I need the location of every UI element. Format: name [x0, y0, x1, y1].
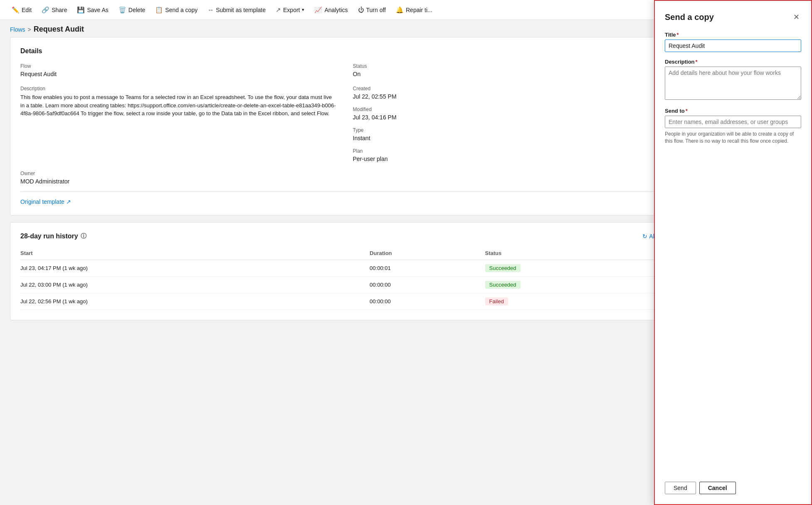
refresh-icon: ↻	[642, 233, 647, 240]
save-icon: 💾	[77, 6, 85, 14]
table-row: Jul 23, 04:17 PM (1 wk ago) 00:00:01 Suc…	[20, 260, 669, 277]
toolbar-analytics[interactable]: 📈 Analytics	[309, 3, 353, 17]
run-status: Succeeded	[485, 260, 669, 277]
analytics-icon: 📈	[314, 6, 322, 14]
details-grid: Flow Request Audit Status On Description…	[20, 63, 669, 185]
modified-value: Jul 23, 04:16 PM	[353, 114, 669, 121]
col-status: Status	[485, 247, 669, 260]
status-label: Status	[353, 63, 669, 69]
description-value: This flow enables you to post a message …	[20, 93, 336, 118]
run-status: Succeeded	[485, 277, 669, 293]
details-title: Details	[20, 47, 42, 55]
toolbar-share[interactable]: 🔗 Share	[37, 3, 72, 17]
external-link-icon: ↗	[66, 198, 71, 205]
panel-title: Send a copy	[665, 12, 714, 22]
toolbar-edit[interactable]: ✏️ Edit	[7, 3, 37, 17]
description-label: Description	[20, 86, 336, 92]
toolbar-export-label: Export	[283, 7, 300, 13]
toolbar-analytics-label: Analytics	[324, 7, 348, 13]
details-card-header: Details Edit	[20, 47, 669, 55]
toolbar-repair-tips-label: Repair ti...	[406, 7, 432, 13]
edit-icon: ✏️	[12, 6, 20, 14]
run-duration: 00:00:01	[370, 260, 485, 277]
type-value: Instant	[353, 135, 669, 141]
toolbar-submit-template-label: Submit as template	[216, 7, 266, 13]
run-history-card: 28-day run history ⓘ ↻ All runs Start Du…	[10, 222, 679, 320]
detail-owner: Owner MOD Administrator	[20, 171, 336, 185]
description-form-group: Description*	[665, 59, 801, 101]
type-label: Type	[353, 127, 669, 133]
toolbar-send-copy-label: Send a copy	[165, 7, 197, 13]
run-duration: 00:00:00	[370, 293, 485, 310]
toolbar-repair-tips[interactable]: 🔔 Repair ti...	[391, 3, 437, 17]
plan-label: Plan	[353, 148, 669, 154]
title-form-label: Title*	[665, 32, 801, 38]
toolbar-submit-template[interactable]: ↔ Submit as template	[202, 3, 271, 17]
original-template-link[interactable]: Original template ↗	[20, 191, 669, 205]
run-start: Jul 22, 03:00 PM (1 wk ago)	[20, 277, 370, 293]
run-start: Jul 22, 02:56 PM (1 wk ago)	[20, 293, 370, 310]
table-row: Jul 22, 03:00 PM (1 wk ago) 00:00:00 Suc…	[20, 277, 669, 293]
info-icon[interactable]: ⓘ	[81, 233, 86, 240]
toolbar-edit-label: Edit	[22, 7, 32, 13]
send-to-hint: People in your organization will be able…	[665, 131, 801, 145]
run-duration: 00:00:00	[370, 277, 485, 293]
export-chevron-icon: ▾	[302, 7, 304, 12]
send-copy-panel: Send a copy ✕ Title* Description* Send t…	[654, 0, 812, 337]
run-start: Jul 23, 04:17 PM (1 wk ago)	[20, 260, 370, 277]
description-textarea[interactable]	[665, 67, 801, 100]
detail-status: Status On	[353, 63, 669, 77]
detail-description: Description This flow enables you to pos…	[20, 86, 336, 162]
description-form-label: Description*	[665, 59, 801, 65]
owner-label: Owner	[20, 171, 336, 176]
send-to-label: Send to*	[665, 108, 801, 114]
send-to-input[interactable]	[665, 116, 801, 128]
title-form-group: Title*	[665, 32, 801, 52]
left-content: Details Edit Flow Request Audit Status O…	[10, 37, 679, 327]
flow-value: Request Audit	[20, 71, 336, 77]
plan-value: Per-user plan	[353, 156, 669, 162]
detail-plan: Plan Per-user plan	[353, 148, 669, 162]
owner-value: MOD Administrator	[20, 178, 336, 185]
send-to-form-group: Send to* People in your organization wil…	[665, 108, 801, 145]
toolbar-turn-off[interactable]: ⏻ Turn off	[353, 3, 391, 17]
modified-label: Modified	[353, 106, 669, 112]
turn-off-icon: ⏻	[358, 6, 364, 13]
toolbar-export[interactable]: ↗ Export ▾	[271, 3, 309, 17]
toolbar-turn-off-label: Turn off	[366, 7, 386, 13]
breadcrumb-separator: >	[28, 26, 31, 33]
description-required-star: *	[696, 59, 698, 65]
col-duration: Duration	[370, 247, 485, 260]
delete-icon: 🗑️	[118, 6, 126, 14]
run-history-title-text: 28-day run history	[20, 233, 78, 240]
send-to-required-star: *	[686, 108, 688, 114]
breadcrumb-flows-link[interactable]: Flows	[10, 26, 25, 33]
status-value: On	[353, 71, 669, 77]
details-card: Details Edit Flow Request Audit Status O…	[10, 37, 679, 215]
toolbar-delete-label: Delete	[128, 7, 145, 13]
flow-label: Flow	[20, 63, 336, 69]
created-value: Jul 22, 02:55 PM	[353, 93, 669, 100]
toolbar-save-as-label: Save As	[87, 7, 108, 13]
detail-modified: Modified Jul 23, 04:16 PM	[353, 106, 669, 121]
original-template-label: Original template	[20, 198, 64, 205]
export-icon: ↗	[276, 6, 281, 14]
col-start: Start	[20, 247, 370, 260]
repair-tips-icon: 🔔	[396, 6, 404, 14]
title-input[interactable]	[665, 40, 801, 52]
toolbar-share-label: Share	[52, 7, 67, 13]
table-row: Jul 22, 02:56 PM (1 wk ago) 00:00:00 Fai…	[20, 293, 669, 310]
toolbar-send-copy[interactable]: 📋 Send a copy	[150, 3, 202, 17]
panel-close-button[interactable]: ✕	[792, 11, 801, 23]
run-history-header: 28-day run history ⓘ ↻ All runs	[20, 233, 669, 240]
panel-header: Send a copy ✕	[665, 11, 801, 23]
run-status: Failed	[485, 293, 669, 310]
send-copy-icon: 📋	[155, 6, 163, 14]
created-label: Created	[353, 86, 669, 92]
toolbar-delete[interactable]: 🗑️ Delete	[114, 3, 150, 17]
title-required-star: *	[677, 32, 679, 38]
detail-right-col: Created Jul 22, 02:55 PM Modified Jul 23…	[353, 86, 669, 162]
breadcrumb-current: Request Audit	[34, 25, 84, 34]
detail-created: Created Jul 22, 02:55 PM	[353, 86, 669, 100]
toolbar-save-as[interactable]: 💾 Save As	[72, 3, 113, 17]
